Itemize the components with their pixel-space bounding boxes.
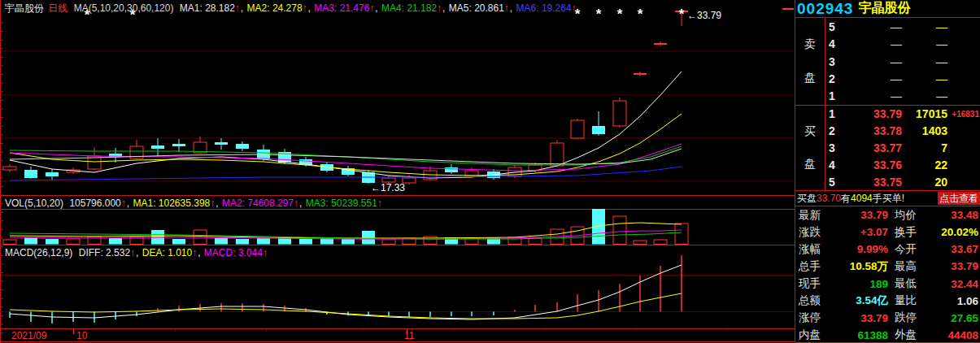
buy-row-2[interactable]: 233.781403 xyxy=(825,123,980,140)
sell-row-4[interactable]: 4—— xyxy=(825,35,980,52)
latest-price: 33.79 xyxy=(839,209,888,221)
ma2-label: MA2: xyxy=(247,2,270,14)
sell-book: 卖 盘 5—— 4—— 3—— 2—— 1—— xyxy=(795,18,980,106)
stat-row-change: 涨跌+3.07换手20.02% xyxy=(795,224,980,241)
kline-chart[interactable]: *******←33.79←17.33 xyxy=(0,0,795,343)
ma6-value: 19.264 xyxy=(542,2,572,14)
vol-ma2-label: MA2: xyxy=(222,198,245,209)
vol-label[interactable]: VOL(5,10,20) xyxy=(5,198,63,209)
axis-label-oct[interactable]: 10 xyxy=(76,330,87,341)
vol-ma3-value: 50239.551 xyxy=(331,198,377,209)
svg-text:*: * xyxy=(596,7,602,22)
sell-row-5[interactable]: 5—— xyxy=(825,18,980,35)
svg-text:*: * xyxy=(617,7,623,22)
vol-ma2-value: 74608.297 xyxy=(247,198,294,209)
stat-row-volume: 总手10.58万最高33.79 xyxy=(795,258,980,275)
vol-indicator-header: VOL(5,10,20) 105796.000↑, MA1: 102635.39… xyxy=(5,198,382,209)
vol-ma3-label: MA3: xyxy=(306,198,329,209)
buy-book-label: 买 盘 xyxy=(795,106,825,190)
svg-text:←33.79: ←33.79 xyxy=(687,10,721,21)
ma4-label: MA4: xyxy=(381,2,404,14)
stat-row-inner-outer: 内盘61388外盘44408 xyxy=(795,327,980,343)
buy-row-5[interactable]: 533.7520 xyxy=(825,173,980,190)
vol-ma1-value: 102635.398 xyxy=(159,198,210,209)
dea-label: DEA: xyxy=(142,247,165,258)
stat-row-lot: 现手189最低32.44 xyxy=(795,276,980,293)
view-details-button[interactable]: 点击查看 xyxy=(938,192,980,205)
macd-label[interactable]: MACD(26,12,9) xyxy=(5,247,72,258)
macd-indicator-header: MACD(26,12,9) DIFF: 2.532↑, DEA: 1.010↑,… xyxy=(5,247,268,258)
ma5-value: 20.861 xyxy=(474,2,504,14)
stock-code: 002943 xyxy=(797,0,853,18)
stat-row-limits: 涨停33.79跌停27.65 xyxy=(795,310,980,327)
quote-panel: 002943 宇晶股份 卖 盘 5—— 4—— 3—— 2—— 1—— 买 盘 … xyxy=(795,0,980,343)
axis-label-nov[interactable]: 11 xyxy=(404,330,414,341)
stock-header[interactable]: 002943 宇晶股份 xyxy=(795,0,980,18)
ma1-label: MA1: xyxy=(180,2,203,14)
ma1-value: 28.182 xyxy=(205,2,235,14)
diff-value: 2.532 xyxy=(106,247,130,258)
sell-row-3[interactable]: 3—— xyxy=(825,53,980,70)
buy-1-change: +16831 xyxy=(947,110,980,119)
macd-value: 3.044 xyxy=(238,247,263,258)
sell-row-1[interactable]: 1—— xyxy=(825,88,980,105)
svg-text:←17.33: ←17.33 xyxy=(371,182,405,193)
ma3-value: 21.476 xyxy=(340,2,370,14)
vol-ma1-label: MA1: xyxy=(133,198,155,209)
ma5-label: MA5: xyxy=(449,2,472,14)
diff-label: DIFF: xyxy=(79,247,103,258)
ma4-value: 21.182 xyxy=(407,2,437,14)
big-order-alert: 买盘33.70有4094手买单! 点击查看 xyxy=(795,191,980,206)
ma3-label: MA3: xyxy=(314,2,337,14)
sell-row-2[interactable]: 2—— xyxy=(825,70,980,87)
main-indicator-header: 宇晶股份 日线 MA(5,10,20,30,60,120) MA1: 28.18… xyxy=(5,2,577,14)
buy-row-3[interactable]: 333.777 xyxy=(825,140,980,157)
ma6-label: MA6: xyxy=(516,2,539,14)
svg-text:*: * xyxy=(638,7,643,22)
stat-row-pct: 涨幅9.99%今开33.67 xyxy=(795,241,980,258)
ma-group-label: MA(5,10,20,30,60,120) xyxy=(74,2,174,14)
vol-value: 105796.000 xyxy=(69,198,120,209)
buy-row-4[interactable]: 433.7622 xyxy=(825,156,980,173)
stock-name: 宇晶股份 xyxy=(858,0,910,17)
stock-title: 宇晶股份 xyxy=(5,2,44,14)
buy-row-1[interactable]: 133.7917015+16831 xyxy=(825,106,980,123)
stock-terminal: { "top": { "stock": "宇晶股份", "period": "日… xyxy=(0,0,980,343)
stat-row-amount: 总额3.54亿量比1.06 xyxy=(795,293,980,310)
period-label[interactable]: 日线 xyxy=(48,2,68,14)
axis-label-2021-09[interactable]: 2021/09 xyxy=(11,330,46,341)
macd-value-label: MACD: xyxy=(204,247,236,258)
buy-book: 买 盘 133.7917015+16831 233.781403 333.777… xyxy=(795,106,980,191)
ma2-value: 24.278 xyxy=(272,2,303,14)
svg-text:*: * xyxy=(679,7,685,22)
dea-value: 1.010 xyxy=(168,247,192,258)
stats-grid: 最新33.79均价33.48 涨跌+3.07换手20.02% 涨幅9.99%今开… xyxy=(795,206,980,343)
stat-row-latest: 最新33.79均价33.48 xyxy=(795,206,980,224)
sell-book-label: 卖 盘 xyxy=(795,18,825,105)
